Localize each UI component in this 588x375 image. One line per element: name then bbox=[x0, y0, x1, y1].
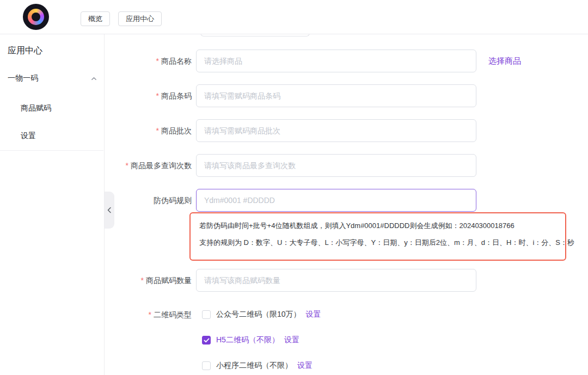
official-account-checkbox[interactable] bbox=[202, 310, 211, 319]
required-asterisk: * bbox=[156, 91, 159, 100]
product-barcode-input[interactable] bbox=[196, 84, 476, 107]
sidebar-item-settings[interactable]: 设置 bbox=[21, 131, 36, 141]
field-row-product-batch: *商品批次 bbox=[105, 119, 476, 142]
page: 概览 应用中心 应用中心 一物一码 商品赋码 设置 *商品名称 选择商品 *商品… bbox=[0, 0, 588, 375]
sidebar: 应用中心 一物一码 商品赋码 设置 bbox=[0, 34, 105, 375]
field-label: 防伪码规则 bbox=[105, 189, 196, 212]
tab-overview[interactable]: 概览 bbox=[81, 11, 110, 26]
required-asterisk: * bbox=[156, 57, 159, 65]
h5-checkbox[interactable] bbox=[202, 336, 211, 345]
rule-help-box: 若防伪码由时间+批号+4位随机数组成，则填入Ydm#0001#DDDDD则会生成… bbox=[189, 212, 566, 261]
field-label-text: 防伪码规则 bbox=[154, 196, 192, 205]
official-account-settings-link[interactable]: 设置 bbox=[306, 310, 321, 319]
logo-ring-hole bbox=[32, 13, 40, 21]
field-label-text: 二维码类型 bbox=[154, 310, 192, 319]
field-label-text: 商品赋码数量 bbox=[146, 276, 192, 285]
product-batch-input[interactable] bbox=[196, 119, 476, 142]
max-query-count-input[interactable] bbox=[196, 154, 476, 177]
sidebar-collapse-handle[interactable] bbox=[105, 192, 114, 229]
topbar: 概览 应用中心 bbox=[0, 0, 588, 34]
qrcode-option-h5: H5二维码（不限） 设置 bbox=[105, 335, 299, 345]
sidebar-item-product-coding[interactable]: 商品赋码 bbox=[21, 103, 51, 113]
qrcode-option-mini-program: 小程序二维码（不限） 设置 bbox=[105, 361, 313, 371]
select-product-link[interactable]: 选择商品 bbox=[488, 56, 521, 66]
rule-help-line2: 支持的规则为 D：数字、U：大专子母、L：小写字母、Y：日期、y：日期后2位、m… bbox=[199, 237, 556, 248]
anticounterfeit-rule-input[interactable] bbox=[196, 189, 476, 212]
sidebar-divider bbox=[0, 150, 103, 151]
required-asterisk: * bbox=[126, 161, 128, 170]
sidebar-group-one-item-one-code[interactable]: 一物一码 bbox=[8, 73, 97, 83]
product-name-input[interactable] bbox=[196, 50, 476, 72]
sidebar-group-label: 一物一码 bbox=[8, 73, 38, 83]
field-row-anticounterfeit-rule: 防伪码规则 bbox=[105, 189, 476, 212]
main-form: *商品名称 选择商品 *商品条码 *商品批次 *商品最多查询次数 防伪码规则 若… bbox=[105, 34, 588, 375]
field-label: *商品名称 bbox=[105, 50, 196, 72]
rule-help-line1: 若防伪码由时间+批号+4位随机数组成，则填入Ydm#0001#DDDDD则会生成… bbox=[199, 220, 556, 231]
field-label: *商品最多查询次数 bbox=[105, 154, 196, 177]
brand-logo-icon[interactable] bbox=[23, 4, 49, 30]
h5-label: H5二维码（不限） bbox=[216, 335, 279, 345]
field-label-text: 商品名称 bbox=[161, 57, 192, 65]
mini-program-settings-link[interactable]: 设置 bbox=[297, 361, 313, 371]
field-row-product-barcode: *商品条码 bbox=[105, 84, 476, 107]
mini-program-label: 小程序二维码（不限） bbox=[216, 361, 292, 371]
field-row-coding-quantity: *商品赋码数量 bbox=[105, 269, 476, 292]
required-asterisk: * bbox=[141, 276, 144, 285]
required-asterisk: * bbox=[149, 310, 151, 319]
chevron-up-icon bbox=[91, 76, 97, 82]
field-label-text: 商品最多查询次数 bbox=[131, 161, 192, 170]
field-label-text: 商品批次 bbox=[161, 126, 192, 135]
h5-settings-link[interactable]: 设置 bbox=[284, 335, 299, 345]
official-account-label: 公众号二维码（限10万） bbox=[216, 310, 301, 319]
topbar-tabs: 概览 应用中心 bbox=[81, 11, 162, 26]
chevron-left-icon bbox=[107, 207, 112, 213]
tab-app-center[interactable]: 应用中心 bbox=[118, 11, 162, 26]
field-row-max-query-count: *商品最多查询次数 bbox=[105, 154, 476, 177]
field-row-product-name: *商品名称 选择商品 bbox=[105, 50, 521, 72]
mini-program-checkbox[interactable] bbox=[202, 361, 211, 370]
field-label-text: 商品条码 bbox=[161, 91, 192, 100]
check-icon bbox=[204, 338, 210, 343]
field-label: *商品批次 bbox=[105, 119, 196, 142]
qrcode-type-label: *二维码类型 bbox=[105, 309, 196, 320]
field-label: *商品赋码数量 bbox=[105, 269, 196, 292]
field-label: *商品条码 bbox=[105, 84, 196, 107]
sidebar-heading: 应用中心 bbox=[8, 45, 42, 57]
coding-quantity-input[interactable] bbox=[196, 269, 476, 292]
qrcode-option-official-account: *二维码类型 公众号二维码（限10万） 设置 bbox=[105, 309, 321, 320]
required-asterisk: * bbox=[156, 126, 159, 135]
